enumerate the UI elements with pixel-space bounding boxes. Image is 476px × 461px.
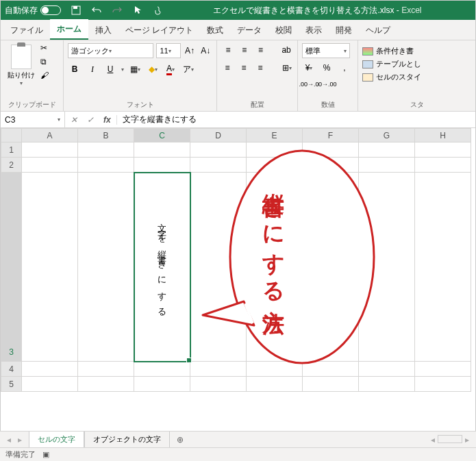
format-table-button[interactable]: テーブルとし bbox=[362, 59, 471, 69]
currency-button[interactable]: ¥▾ bbox=[302, 61, 316, 75]
format-painter-icon[interactable]: 🖌 bbox=[40, 71, 49, 80]
row-header[interactable]: 2 bbox=[1, 158, 22, 173]
cell[interactable] bbox=[78, 142, 134, 158]
col-header[interactable]: H bbox=[415, 129, 471, 142]
col-header[interactable]: G bbox=[359, 129, 415, 142]
cell[interactable] bbox=[22, 158, 78, 173]
cell[interactable] bbox=[415, 158, 471, 173]
italic-button[interactable]: I bbox=[86, 62, 99, 76]
tab-formulas[interactable]: 数式 bbox=[200, 21, 230, 40]
decrease-font-icon[interactable]: A↓ bbox=[199, 44, 212, 58]
merge-button[interactable]: ⊞▾ bbox=[281, 61, 293, 75]
macro-record-icon[interactable]: ▣ bbox=[42, 450, 49, 459]
new-sheet-button[interactable]: ⊕ bbox=[170, 432, 190, 447]
cell[interactable] bbox=[134, 362, 190, 377]
sheet-nav-prev-icon[interactable]: ◂ bbox=[7, 435, 11, 445]
name-box[interactable]: C3▾ bbox=[1, 112, 65, 127]
cell[interactable] bbox=[190, 377, 247, 392]
align-left-icon[interactable]: ≡ bbox=[221, 61, 234, 75]
cell[interactable] bbox=[22, 173, 78, 362]
tab-insert[interactable]: 挿入 bbox=[88, 21, 118, 40]
col-header[interactable]: C bbox=[134, 129, 190, 142]
cell[interactable] bbox=[359, 142, 415, 158]
cell[interactable] bbox=[78, 377, 134, 392]
cell[interactable] bbox=[359, 158, 415, 173]
cell[interactable] bbox=[303, 362, 359, 377]
cell[interactable] bbox=[247, 142, 303, 158]
decrease-decimal-icon[interactable]: .0→.00 bbox=[320, 77, 334, 91]
cell[interactable] bbox=[134, 158, 190, 173]
conditional-format-button[interactable]: 条件付き書 bbox=[362, 46, 471, 56]
cell[interactable] bbox=[190, 158, 247, 173]
col-header[interactable]: E bbox=[247, 129, 303, 142]
cell[interactable] bbox=[78, 362, 134, 377]
cursor-icon[interactable] bbox=[132, 5, 143, 16]
enter-icon[interactable]: ✓ bbox=[87, 115, 94, 125]
sheet-nav-next-icon[interactable]: ▸ bbox=[18, 435, 22, 445]
cell[interactable] bbox=[22, 362, 78, 377]
comma-button[interactable]: , bbox=[338, 61, 351, 75]
tab-view[interactable]: 表示 bbox=[299, 21, 329, 40]
align-right-icon[interactable]: ≡ bbox=[254, 61, 266, 75]
align-top-icon[interactable]: ≡ bbox=[221, 43, 235, 57]
hscroll-right-icon[interactable]: ▸ bbox=[465, 435, 469, 445]
cell[interactable] bbox=[415, 362, 471, 377]
cell[interactable] bbox=[303, 173, 359, 362]
row-header[interactable]: 1 bbox=[1, 142, 22, 158]
col-header[interactable]: D bbox=[190, 129, 247, 142]
cell[interactable] bbox=[190, 142, 247, 158]
align-middle-icon[interactable]: ≡ bbox=[238, 43, 251, 57]
percent-button[interactable]: % bbox=[320, 61, 334, 75]
fx-icon[interactable]: fx bbox=[103, 115, 111, 125]
col-header[interactable]: A bbox=[22, 129, 78, 142]
sheet-tab-1[interactable]: セルの文字 bbox=[29, 432, 84, 449]
row-header[interactable]: 4 bbox=[1, 362, 22, 377]
number-format-selector[interactable]: 標準▾ bbox=[302, 43, 350, 58]
cut-icon[interactable]: ✂ bbox=[40, 43, 49, 53]
cell[interactable] bbox=[247, 362, 303, 377]
align-center-icon[interactable]: ≡ bbox=[238, 61, 250, 75]
hscroll-left-icon[interactable]: ◂ bbox=[431, 435, 435, 445]
row-header[interactable]: 3 bbox=[1, 173, 22, 362]
tab-data[interactable]: データ bbox=[230, 21, 268, 40]
align-bottom-icon[interactable]: ≡ bbox=[254, 43, 268, 57]
cell[interactable] bbox=[78, 158, 134, 173]
cell-c3[interactable]: 文字を縦書きにする bbox=[134, 173, 190, 362]
cancel-icon[interactable]: ✕ bbox=[71, 115, 77, 125]
select-all-corner[interactable] bbox=[1, 129, 22, 142]
font-size-selector[interactable]: 11▾ bbox=[156, 43, 180, 58]
increase-decimal-icon[interactable]: .00→.0 bbox=[302, 77, 316, 91]
tab-help[interactable]: ヘルプ bbox=[359, 21, 397, 40]
cell[interactable] bbox=[22, 377, 78, 392]
font-name-selector[interactable]: 游ゴシック▾ bbox=[68, 43, 153, 58]
col-header[interactable]: B bbox=[78, 129, 134, 142]
cell[interactable] bbox=[247, 158, 303, 173]
redo-icon[interactable] bbox=[112, 5, 123, 16]
tab-page-layout[interactable]: ページ レイアウト bbox=[118, 21, 200, 40]
autosave-toggle[interactable]: 自動保存 bbox=[5, 5, 61, 16]
cell[interactable] bbox=[415, 377, 471, 392]
cell[interactable] bbox=[134, 377, 190, 392]
tab-file[interactable]: ファイル bbox=[3, 21, 50, 40]
increase-font-icon[interactable]: A↑ bbox=[184, 44, 197, 58]
hscroll-bar[interactable] bbox=[438, 435, 462, 443]
save-icon[interactable] bbox=[71, 5, 82, 16]
phonetic-button[interactable]: ア▾ bbox=[181, 62, 195, 76]
col-header[interactable]: F bbox=[303, 129, 359, 142]
fill-color-button[interactable]: ◆▾ bbox=[146, 62, 160, 76]
cell[interactable] bbox=[415, 173, 471, 362]
cell[interactable] bbox=[303, 142, 359, 158]
cell[interactable] bbox=[359, 173, 415, 362]
undo-icon[interactable] bbox=[91, 5, 102, 16]
row-header[interactable]: 5 bbox=[1, 377, 22, 392]
tab-review[interactable]: 校閲 bbox=[268, 21, 299, 40]
wrap-text-button[interactable]: ab bbox=[279, 43, 293, 57]
cell[interactable] bbox=[415, 142, 471, 158]
touch-icon[interactable] bbox=[153, 5, 164, 16]
cell[interactable] bbox=[134, 142, 190, 158]
cell[interactable] bbox=[247, 377, 303, 392]
cell[interactable] bbox=[190, 362, 247, 377]
tab-developer[interactable]: 開発 bbox=[329, 21, 359, 40]
cell[interactable] bbox=[78, 173, 134, 362]
cell-styles-button[interactable]: セルのスタイ bbox=[362, 72, 471, 82]
